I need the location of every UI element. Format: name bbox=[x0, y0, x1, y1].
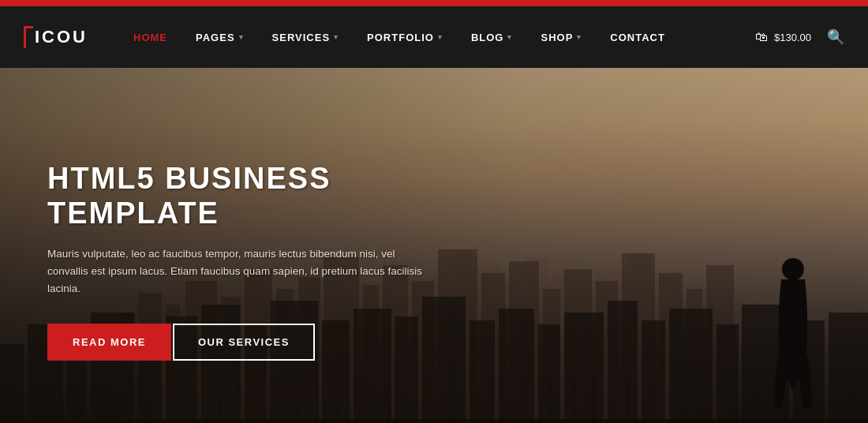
shop-dropdown-arrow: ▾ bbox=[577, 33, 582, 41]
nav-link-blog[interactable]: BLOG ▾ bbox=[457, 9, 527, 66]
logo-text: ICOU bbox=[35, 27, 88, 47]
hero-description: Mauris vulputate, leo ac faucibus tempor… bbox=[47, 245, 426, 298]
nav-right: 🛍 $130.00 🔍 bbox=[755, 28, 844, 46]
blog-dropdown-arrow: ▾ bbox=[507, 33, 512, 41]
figure-silhouette bbox=[765, 249, 821, 423]
read-more-button[interactable]: READ MORE bbox=[47, 324, 171, 361]
nav-item-portfolio[interactable]: PORTFOLIO ▾ bbox=[353, 9, 457, 66]
portfolio-dropdown-arrow: ▾ bbox=[438, 33, 443, 41]
navbar: ICOU HOME PAGES ▾ SERVICES ▾ PORTFOLIO ▾ bbox=[0, 6, 868, 68]
nav-item-blog[interactable]: BLOG ▾ bbox=[457, 9, 527, 66]
nav-link-services[interactable]: SERVICES ▾ bbox=[258, 9, 354, 66]
logo[interactable]: ICOU bbox=[24, 26, 88, 48]
top-bar bbox=[0, 0, 868, 6]
nav-link-home[interactable]: HOME bbox=[119, 9, 181, 66]
hero-title: HTML5 BUSINESS TEMPLATE bbox=[47, 162, 442, 230]
services-dropdown-arrow: ▾ bbox=[334, 33, 339, 41]
nav-link-contact[interactable]: CONTACT bbox=[596, 9, 679, 66]
nav-item-home[interactable]: HOME bbox=[119, 9, 181, 66]
cart-amount: $130.00 bbox=[774, 32, 811, 43]
cart-button[interactable]: 🛍 $130.00 bbox=[755, 30, 811, 44]
nav-link-portfolio[interactable]: PORTFOLIO ▾ bbox=[353, 9, 457, 66]
hero-content: HTML5 BUSINESS TEMPLATE Mauris vulputate… bbox=[0, 130, 489, 360]
nav-item-pages[interactable]: PAGES ▾ bbox=[181, 9, 258, 66]
nav-link-pages[interactable]: PAGES ▾ bbox=[181, 9, 258, 66]
our-services-button[interactable]: OUR SERVICES bbox=[173, 324, 315, 361]
nav-item-shop[interactable]: SHOP ▾ bbox=[526, 9, 596, 66]
nav-item-services[interactable]: SERVICES ▾ bbox=[258, 9, 354, 66]
cart-icon: 🛍 bbox=[755, 30, 768, 44]
nav-menu: HOME PAGES ▾ SERVICES ▾ PORTFOLIO ▾ BLOG… bbox=[119, 9, 755, 66]
svg-point-68 bbox=[782, 258, 804, 280]
nav-item-contact[interactable]: CONTACT bbox=[596, 9, 679, 66]
nav-link-shop[interactable]: SHOP ▾ bbox=[526, 9, 596, 66]
search-icon[interactable]: 🔍 bbox=[827, 28, 844, 46]
hero-section: HTML5 BUSINESS TEMPLATE Mauris vulputate… bbox=[0, 68, 868, 423]
pages-dropdown-arrow: ▾ bbox=[239, 33, 244, 41]
hero-buttons: READ MORE OUR SERVICES bbox=[47, 324, 442, 361]
